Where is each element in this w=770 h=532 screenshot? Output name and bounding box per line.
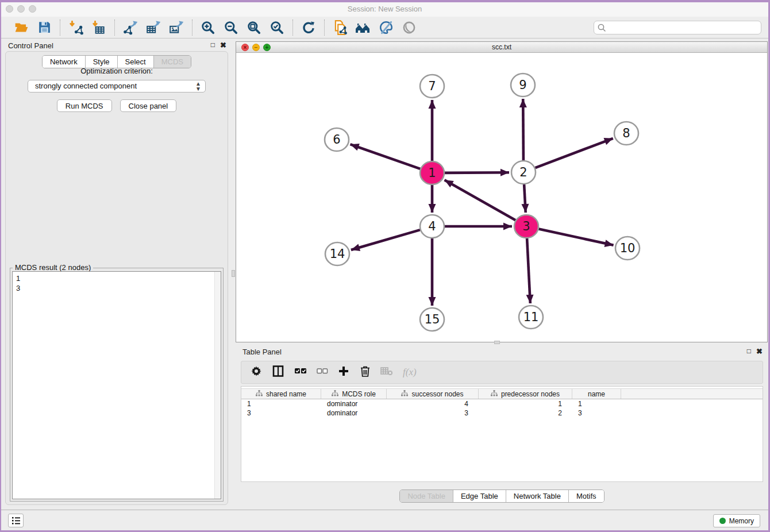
horizontal-splitter-handle[interactable] (494, 341, 500, 344)
add-icon (338, 365, 349, 379)
column-header-successor-nodes[interactable]: successor nodes (387, 389, 479, 399)
cell-MCDS-role[interactable]: dominator (321, 408, 387, 418)
table-panel-title: Table Panel (242, 348, 282, 356)
graph-node-9[interactable]: 9 (511, 74, 535, 97)
graph-node-label: 6 (333, 133, 340, 147)
tab-node-table[interactable]: Node Table (400, 490, 453, 502)
cell-shared-name[interactable]: 3 (241, 408, 321, 418)
tab-network-table[interactable]: Network Table (506, 490, 568, 502)
zoom-selected-button[interactable] (269, 20, 285, 36)
graph-edge-4-14[interactable] (351, 230, 420, 250)
graph-edge-3-1[interactable] (445, 180, 516, 220)
graph-node-14[interactable]: 14 (325, 242, 349, 265)
show-panels-button[interactable] (8, 514, 24, 527)
zoom-in-button[interactable] (200, 20, 216, 36)
graph-edge-3-10[interactable] (539, 229, 614, 245)
graph-node-label: 7 (428, 79, 436, 93)
graph-node-label: 4 (428, 219, 436, 233)
cell-MCDS-role[interactable]: dominator (321, 399, 387, 408)
table-row[interactable]: 3dominator323 (241, 408, 763, 418)
graph-edge-3-11[interactable] (527, 238, 530, 303)
cell-successor-nodes[interactable]: 4 (387, 399, 479, 408)
close-panel-icon[interactable]: ✖ (220, 41, 226, 49)
table-float-panel-icon[interactable]: □ (747, 347, 751, 356)
optimization-criterion-value: strongly connected component (35, 82, 137, 90)
cell-successor-nodes[interactable]: 3 (387, 408, 479, 418)
graph-node-1[interactable]: 1 (420, 161, 444, 184)
deselect-all-button[interactable] (317, 365, 328, 379)
eye-button[interactable] (401, 20, 417, 36)
table-close-panel-icon[interactable]: ✖ (756, 347, 763, 356)
table-toolbar: f(x) (241, 361, 763, 384)
graph-node-10[interactable]: 10 (615, 237, 640, 260)
graph-node-15[interactable]: 15 (420, 308, 444, 331)
search-input[interactable] (594, 21, 761, 34)
delete-table-button[interactable] (380, 365, 393, 379)
control-panel-title: Control Panel (8, 41, 53, 50)
zoom-fit-button[interactable] (246, 20, 262, 36)
tab-select[interactable]: Select (117, 56, 153, 68)
graph-node-7[interactable]: 7 (420, 75, 444, 98)
first-neighbors-button[interactable] (355, 20, 371, 36)
export-network-icon (123, 20, 138, 35)
eye-icon (402, 20, 417, 35)
graph-edge-2-8[interactable] (535, 138, 613, 168)
refresh-layout-button[interactable] (301, 20, 317, 36)
network-view-window: × − + scc.txt 7968124314101511 (236, 41, 768, 342)
export-table-button[interactable] (145, 20, 161, 36)
export-network-button[interactable] (122, 20, 138, 36)
columns-button[interactable] (272, 365, 284, 379)
cell-shared-name[interactable]: 1 (241, 399, 321, 408)
column-header-name[interactable]: name (572, 389, 621, 399)
graph-edge-1-2[interactable] (445, 172, 509, 173)
tab-edge-table[interactable]: Edge Table (453, 490, 506, 502)
delete-table-icon (380, 367, 393, 378)
cell-name[interactable]: 1 (572, 399, 621, 408)
import-network-button[interactable] (68, 20, 84, 36)
vertical-splitter-handle[interactable] (232, 270, 235, 277)
paint-off-button[interactable] (378, 20, 394, 36)
copy-network-icon (333, 20, 348, 36)
tab-motifs[interactable]: Motifs (568, 490, 604, 502)
memory-button[interactable]: Memory (713, 514, 760, 527)
result-scrollbar[interactable] (214, 272, 221, 499)
run-mcds-button[interactable]: Run MCDS (57, 99, 112, 112)
add-button[interactable] (338, 365, 349, 379)
optimization-criterion-select[interactable]: strongly connected component ▲▼ (28, 80, 206, 92)
copy-network-button[interactable] (332, 20, 348, 36)
save-session-icon (37, 20, 52, 34)
gear-button[interactable] (251, 365, 262, 379)
graph-edge-1-6[interactable] (351, 144, 421, 169)
select-all-button[interactable] (294, 365, 307, 379)
graph-node-3[interactable]: 3 (514, 215, 538, 238)
tab-style[interactable]: Style (85, 56, 117, 68)
graph-node-11[interactable]: 11 (519, 306, 543, 329)
graph-node-4[interactable]: 4 (420, 215, 444, 238)
column-header-shared-name[interactable]: shared name (241, 389, 321, 399)
cell-predecessor-nodes[interactable]: 1 (479, 399, 572, 408)
export-image-button[interactable] (168, 20, 184, 36)
zoom-out-button[interactable] (223, 20, 239, 36)
cell-predecessor-nodes[interactable]: 2 (479, 408, 572, 418)
mcds-result-text[interactable]: 1 3 (12, 271, 221, 499)
function-button[interactable]: f(x) (403, 365, 417, 379)
tab-network[interactable]: Network (43, 56, 85, 68)
open-session-button[interactable] (13, 20, 29, 36)
save-session-button[interactable] (36, 20, 52, 36)
float-panel-icon[interactable]: □ (211, 41, 215, 49)
import-table-button[interactable] (91, 20, 107, 36)
tab-mcds[interactable]: MCDS (153, 56, 191, 68)
network-canvas[interactable]: 7968124314101511 (236, 53, 767, 342)
column-header-MCDS-role[interactable]: MCDS role (321, 389, 387, 399)
graph-node-label: 11 (523, 310, 539, 324)
column-header-predecessor-nodes[interactable]: predecessor nodes (479, 389, 572, 399)
close-panel-button[interactable]: Close panel (120, 99, 177, 112)
graph-edge-2-9[interactable] (523, 99, 523, 160)
graph-node-6[interactable]: 6 (325, 128, 349, 151)
table-row[interactable]: 1dominator411 (241, 399, 763, 408)
graph-edge-2-3[interactable] (524, 184, 526, 213)
graph-node-2[interactable]: 2 (511, 161, 536, 184)
graph-node-8[interactable]: 8 (614, 122, 638, 145)
delete-button[interactable] (359, 365, 371, 379)
cell-name[interactable]: 3 (572, 408, 621, 418)
